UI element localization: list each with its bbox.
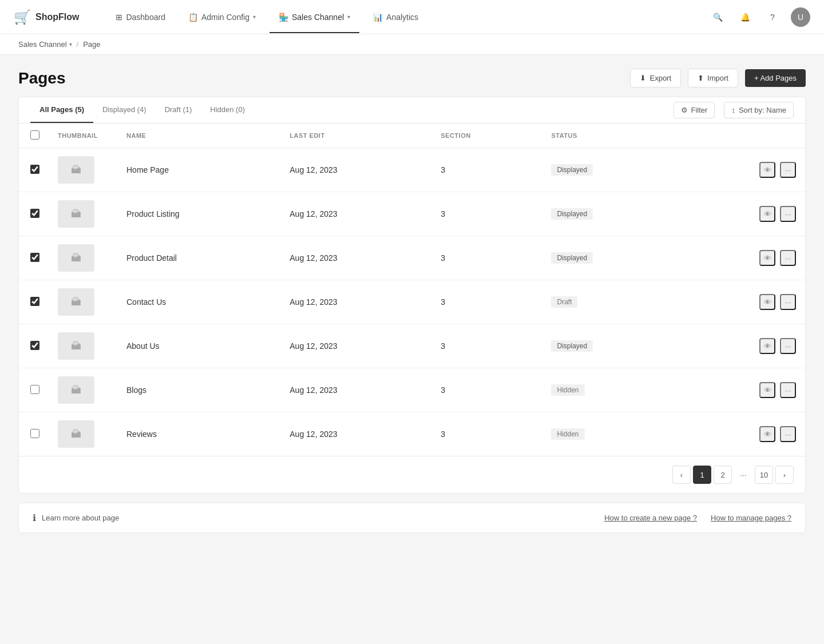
- create-page-link[interactable]: How to create a new page ?: [604, 514, 697, 522]
- image-placeholder-icon: 🏔: [71, 340, 81, 352]
- row-name-cell: Reviews: [117, 412, 280, 456]
- sort-button[interactable]: ↕ Sort by: Name: [724, 102, 794, 118]
- tab-displayed[interactable]: Displayed (4): [93, 97, 156, 123]
- nav-items: ⊞ Dashboard 📋 Admin Config ▾ 🏪 Sales Cha…: [106, 8, 690, 26]
- row-view-button[interactable]: 👁: [759, 382, 775, 398]
- search-icon: 🔍: [713, 13, 723, 22]
- row-view-button[interactable]: 👁: [759, 162, 775, 178]
- image-placeholder-icon: 🏔: [71, 208, 81, 220]
- footer-left: ℹ Learn more about page: [33, 512, 119, 523]
- more-icon: ···: [785, 430, 791, 439]
- pagination-next[interactable]: ›: [775, 466, 794, 484]
- page-title: Pages: [18, 69, 66, 88]
- pagination-page-1[interactable]: 1: [693, 466, 711, 484]
- pagination-prev[interactable]: ‹: [672, 466, 691, 484]
- row-more-button[interactable]: ···: [780, 250, 796, 266]
- pagination-page-2[interactable]: 2: [714, 466, 732, 484]
- row-section: 3: [441, 165, 445, 174]
- row-status-cell: Hidden: [542, 412, 679, 456]
- filter-button[interactable]: ⚙ Filter: [674, 102, 715, 118]
- help-button[interactable]: ?: [763, 8, 782, 26]
- export-button[interactable]: ⬇ Export: [630, 69, 681, 88]
- row-section-cell: 3: [431, 280, 542, 324]
- nav-item-sales-channel[interactable]: 🏪 Sales Channel ▾: [270, 8, 359, 26]
- breadcrumb-parent[interactable]: Sales Channel ▾: [18, 40, 72, 49]
- pages-table: THUMBNAIL NAME LAST EDIT SECTION STATUS: [19, 124, 805, 456]
- row-more-button[interactable]: ···: [780, 206, 796, 222]
- pagination-ellipsis: ···: [734, 466, 752, 484]
- row-checkbox-7[interactable]: [30, 429, 39, 438]
- row-status-cell: Draft: [542, 280, 679, 324]
- chevron-down-icon-2: ▾: [347, 14, 350, 20]
- thumbnail-image: 🏔: [58, 156, 94, 184]
- row-actions: 👁 ···: [688, 426, 796, 442]
- nav-item-dashboard[interactable]: ⊞ Dashboard: [106, 8, 175, 26]
- pagination-page-10[interactable]: 10: [755, 466, 773, 484]
- row-status-cell: Displayed: [542, 192, 679, 236]
- row-last-edit-cell: Aug 12, 2023: [280, 192, 431, 236]
- tab-all-pages[interactable]: All Pages (5): [30, 97, 93, 123]
- row-view-button[interactable]: 👁: [759, 294, 775, 310]
- row-more-button[interactable]: ···: [780, 426, 796, 442]
- row-view-button[interactable]: 👁: [759, 206, 775, 222]
- table-row: 🏔 Product Detail Aug 12, 2023 3 Displaye…: [19, 236, 805, 280]
- select-all-checkbox[interactable]: [30, 130, 39, 140]
- row-more-button[interactable]: ···: [780, 338, 796, 354]
- avatar[interactable]: U: [791, 7, 810, 27]
- thumbnail-image: 🏔: [58, 288, 94, 316]
- import-button[interactable]: ⬆ Import: [688, 69, 738, 88]
- row-checkbox-1[interactable]: [30, 165, 39, 174]
- more-icon: ···: [785, 386, 791, 395]
- row-checkbox-cell: [19, 280, 49, 324]
- row-more-button[interactable]: ···: [780, 162, 796, 178]
- tab-hidden[interactable]: Hidden (0): [201, 97, 254, 123]
- row-thumbnail-cell: 🏔: [49, 412, 117, 456]
- row-checkbox-2[interactable]: [30, 209, 39, 218]
- eye-icon: 👁: [764, 254, 771, 263]
- add-pages-button[interactable]: + Add Pages: [745, 69, 806, 87]
- row-checkbox-cell: [19, 412, 49, 456]
- tab-draft[interactable]: Draft (1): [156, 97, 201, 123]
- row-thumbnail-cell: 🏔: [49, 148, 117, 192]
- table-container: All Pages (5) Displayed (4) Draft (1) Hi…: [18, 97, 806, 494]
- main-content: All Pages (5) Displayed (4) Draft (1) Hi…: [0, 97, 824, 551]
- status-badge: Hidden: [551, 428, 584, 440]
- row-checkbox-cell: [19, 192, 49, 236]
- row-thumbnail-cell: 🏔: [49, 236, 117, 280]
- nav-item-admin-config[interactable]: 📋 Admin Config ▾: [179, 8, 265, 26]
- row-checkbox-3[interactable]: [30, 253, 39, 262]
- bell-icon: 🔔: [740, 13, 750, 22]
- manage-pages-link[interactable]: How to manage pages ?: [711, 514, 791, 522]
- analytics-icon: 📊: [373, 13, 383, 22]
- row-view-button[interactable]: 👁: [759, 426, 775, 442]
- table-row: 🏔 Blogs Aug 12, 2023 3 Hidden 👁 ···: [19, 368, 805, 412]
- breadcrumb: Sales Channel ▾ / Page: [0, 34, 824, 55]
- notifications-button[interactable]: 🔔: [736, 8, 754, 26]
- row-actions-cell: 👁 ···: [679, 192, 805, 236]
- row-last-edit-cell: Aug 12, 2023: [280, 280, 431, 324]
- row-last-edit-cell: Aug 12, 2023: [280, 236, 431, 280]
- row-checkbox-6[interactable]: [30, 385, 39, 394]
- image-placeholder-icon: 🏔: [71, 296, 81, 308]
- eye-icon: 👁: [764, 386, 771, 395]
- status-badge: Draft: [551, 296, 577, 308]
- row-checkbox-5[interactable]: [30, 341, 39, 350]
- image-placeholder-icon: 🏔: [71, 428, 81, 440]
- col-status: STATUS: [542, 124, 679, 148]
- row-checkbox-4[interactable]: [30, 297, 39, 306]
- status-badge: Displayed: [551, 164, 593, 176]
- row-view-button[interactable]: 👁: [759, 338, 775, 354]
- row-view-button[interactable]: 👁: [759, 250, 775, 266]
- row-section: 3: [441, 341, 445, 351]
- thumbnail-image: 🏔: [58, 376, 94, 404]
- nav-item-analytics[interactable]: 📊 Analytics: [364, 8, 427, 26]
- row-more-button[interactable]: ···: [780, 294, 796, 310]
- table-header-row: THUMBNAIL NAME LAST EDIT SECTION STATUS: [19, 124, 805, 148]
- logo[interactable]: 🛒 ShopFlow: [14, 9, 79, 25]
- row-actions-cell: 👁 ···: [679, 280, 805, 324]
- row-name: Product Listing: [126, 209, 180, 218]
- row-more-button[interactable]: ···: [780, 382, 796, 398]
- row-checkbox-cell: [19, 148, 49, 192]
- thumbnail-image: 🏔: [58, 200, 94, 228]
- search-button[interactable]: 🔍: [708, 8, 727, 26]
